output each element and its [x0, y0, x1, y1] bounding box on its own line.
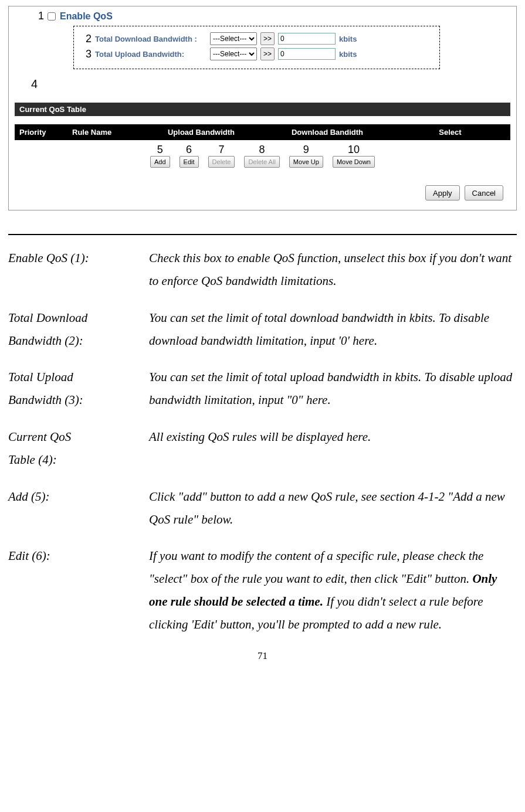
move-down-button[interactable]: Move Down: [333, 156, 375, 168]
desc-definition: All existing QoS rules will be displayed…: [149, 426, 517, 471]
desc-add: Add (5): Click "add" button to add a new…: [8, 485, 517, 531]
upload-unit-label: kbits: [339, 50, 357, 59]
delete-all-button[interactable]: Delete All: [244, 156, 279, 168]
download-unit-label: kbits: [339, 35, 357, 43]
bandwidth-box: 2 Total Download Bandwidth : ---Select--…: [73, 26, 440, 69]
upload-bandwidth-label: Total Upload Bandwidth:: [95, 50, 206, 59]
download-bandwidth-label: Total Download Bandwidth :: [95, 35, 206, 43]
download-bandwidth-row: 2 Total Download Bandwidth : ---Select--…: [83, 32, 433, 45]
annotation-1: 1: [38, 10, 44, 22]
annotation-8: 8: [259, 144, 265, 156]
desc-definition: You can set the limit of total download …: [149, 307, 517, 352]
apply-cancel-row: Apply Cancel: [15, 185, 510, 201]
edit-button[interactable]: Edit: [179, 156, 199, 168]
qos-table-title: Current QoS Table: [15, 103, 510, 116]
cancel-button[interactable]: Cancel: [465, 185, 503, 201]
description-list: Enable QoS (1): Check this box to enable…: [8, 247, 517, 636]
delete-button[interactable]: Delete: [208, 156, 235, 168]
desc-current-qos-table: Current QoS Table (4): All existing QoS …: [8, 426, 517, 471]
desc-term: Enable QoS (1):: [8, 247, 149, 293]
col-rule-name: Rule Name: [72, 128, 143, 137]
col-download-bw: Download Bandidth: [260, 128, 395, 137]
desc-total-upload: Total Upload Bandwidth (3): You can set …: [8, 366, 517, 412]
desc-definition: If you want to modify the content of a s…: [149, 545, 517, 636]
desc-definition: Check this box to enable QoS function, u…: [149, 247, 517, 293]
desc-enable-qos: Enable QoS (1): Check this box to enable…: [8, 247, 517, 293]
add-button[interactable]: Add: [150, 156, 170, 168]
desc-term: Total Download Bandwidth (2):: [8, 307, 149, 352]
move-up-button[interactable]: Move Up: [289, 156, 323, 168]
page-number: 71: [8, 650, 517, 662]
desc-total-download: Total Download Bandwidth (2): You can se…: [8, 307, 517, 352]
col-priority: Priority: [19, 128, 72, 137]
annotation-4: 4: [31, 77, 510, 91]
upload-bandwidth-input[interactable]: [278, 48, 336, 60]
qos-table-header: Priority Rule Name Upload Bandwidth Down…: [15, 124, 510, 140]
col-select: Select: [395, 128, 506, 137]
download-preset-select[interactable]: ---Select---: [210, 32, 257, 45]
annotation-5: 5: [157, 144, 163, 156]
desc-term: Edit (6):: [8, 545, 149, 636]
qos-action-button-row: 5 Add 6 Edit 7 Delete 8 Delete All 9 Mov…: [15, 144, 510, 168]
desc-term: Current QoS Table (4):: [8, 426, 149, 471]
upload-bandwidth-row: 3 Total Upload Bandwidth: ---Select--- >…: [83, 47, 433, 60]
desc-edit: Edit (6): If you want to modify the cont…: [8, 545, 517, 636]
annotation-10: 10: [348, 144, 360, 156]
desc-term: Add (5):: [8, 485, 149, 531]
qos-settings-screenshot: 1 Enable QoS 2 Total Download Bandwidth …: [8, 6, 517, 210]
download-bandwidth-input[interactable]: [278, 33, 336, 45]
annotation-7: 7: [218, 144, 224, 156]
upload-apply-preset-button[interactable]: >>: [260, 47, 275, 60]
col-upload-bw: Upload Bandwidth: [143, 128, 260, 137]
desc-definition: Click "add" button to add a new QoS rule…: [149, 485, 517, 531]
annotation-6: 6: [186, 144, 192, 156]
section-divider: [8, 234, 517, 235]
download-apply-preset-button[interactable]: >>: [260, 32, 275, 45]
annotation-3: 3: [83, 48, 92, 60]
desc-term: Total Upload Bandwidth (3):: [8, 366, 149, 412]
enable-qos-label: Enable QoS: [60, 11, 113, 22]
annotation-9: 9: [303, 144, 309, 156]
annotation-2: 2: [83, 33, 92, 45]
apply-button[interactable]: Apply: [425, 185, 460, 201]
enable-qos-checkbox[interactable]: [48, 12, 56, 21]
upload-preset-select[interactable]: ---Select---: [210, 47, 257, 60]
enable-qos-row: 1 Enable QoS: [38, 10, 510, 22]
desc-definition: You can set the limit of total upload ba…: [149, 366, 517, 412]
